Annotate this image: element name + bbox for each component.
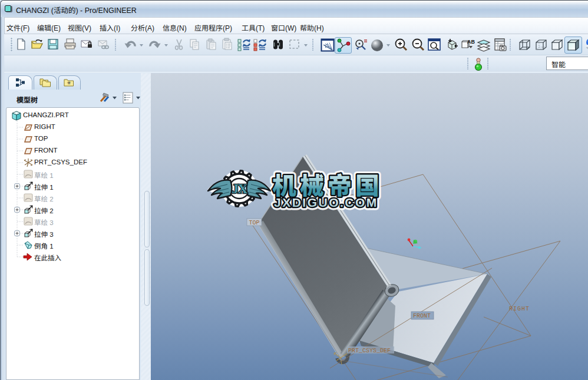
- svg-text:AB: AB: [467, 39, 475, 45]
- svg-text:RIGHT: RIGHT: [509, 306, 530, 312]
- svg-text:JX: JX: [232, 181, 248, 196]
- svg-text:JXDIGUO.COM: JXDIGUO.COM: [274, 196, 378, 209]
- svg-text:✳: ✳: [67, 80, 71, 86]
- svg-text:FRONT: FRONT: [413, 313, 431, 319]
- svg-text:TOP: TOP: [249, 220, 260, 226]
- svg-text:PRT_CSYS_DEF: PRT_CSYS_DEF: [348, 348, 391, 354]
